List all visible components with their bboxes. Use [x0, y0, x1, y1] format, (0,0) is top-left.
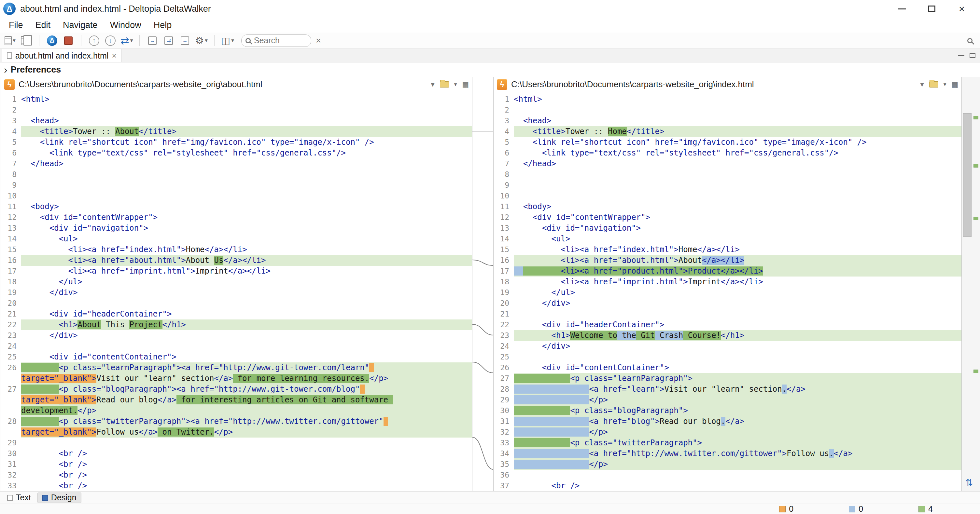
layout-button[interactable]: ◫ ▾ — [220, 33, 235, 48]
code-line[interactable]: 27 <p class="learnParagraph"> — [493, 373, 961, 384]
code-line[interactable]: 29 — [1, 438, 472, 448]
code-line[interactable]: 21 <div id="headerContainer"> — [1, 309, 472, 319]
code-line[interactable]: 16 <li><a href="about.html">About Us</a>… — [1, 255, 472, 266]
code-line[interactable]: 23 </div> — [1, 330, 472, 341]
menu-help[interactable]: Help — [148, 17, 178, 33]
code-line[interactable]: 22 <div id="headerContainer"> — [493, 319, 961, 330]
code-line[interactable]: 5 <link rel="shortcut icon" href="img/fa… — [1, 137, 472, 148]
menu-navigate[interactable]: Navigate — [57, 17, 104, 33]
code-line[interactable]: 5 <link rel="shortcut icon" href="img/fa… — [493, 137, 961, 148]
code-line[interactable]: 24 — [1, 341, 472, 352]
code-line[interactable]: 4 <title>Tower :: About</title> — [1, 126, 472, 137]
maximize-view-icon[interactable] — [970, 53, 975, 58]
restore-button[interactable] — [917, 0, 947, 17]
code-line[interactable]: 36 — [493, 470, 961, 481]
dropdown-icon[interactable]: ▾ — [454, 81, 457, 88]
close-button[interactable]: × — [947, 0, 977, 17]
swap-panes-button[interactable]: ⇄ ▾ — [119, 33, 134, 48]
code-line[interactable]: 2 — [493, 105, 961, 116]
code-line[interactable]: 17 <li><a href="product.html">Product</a… — [493, 266, 961, 276]
code-line[interactable]: 7 </head> — [493, 159, 961, 169]
tab-design[interactable]: Design — [37, 493, 81, 503]
minimize-view-icon[interactable] — [958, 55, 964, 56]
clear-search-icon[interactable]: × — [316, 35, 321, 46]
code-line[interactable]: 37 <br /> — [493, 481, 961, 491]
folder-icon[interactable] — [440, 81, 449, 87]
code-line[interactable]: 3 <head> — [493, 116, 961, 126]
code-line[interactable]: 24 </div> — [493, 341, 961, 352]
code-line[interactable]: 32 <br /> — [1, 470, 472, 481]
editor-tab[interactable]: about.html and index.html × — [2, 49, 121, 62]
code-line[interactable]: 25 — [493, 352, 961, 362]
dropdown-icon[interactable]: ▾ — [231, 37, 234, 44]
left-code-editor[interactable]: 1<html>23 <head>4 <title>Tower :: About<… — [1, 92, 472, 491]
code-line[interactable]: 13 <div id="navigation"> — [1, 223, 472, 233]
code-line[interactable]: 1<html> — [493, 94, 961, 105]
tab-text[interactable]: Text — [3, 493, 35, 503]
code-line[interactable]: 9 — [493, 180, 961, 190]
code-line[interactable]: 22 <h1>About This Project</h1> — [1, 319, 472, 330]
code-line[interactable]: 26 <p class="learnParagraph"><a href="ht… — [1, 362, 472, 384]
code-line[interactable]: 12 <div id="contentWrapper"> — [1, 212, 472, 223]
code-line[interactable]: 2 — [1, 105, 472, 116]
code-line[interactable]: 31 <a href="blog">Read our blog.</a> — [493, 416, 961, 427]
change-marker[interactable] — [974, 370, 978, 373]
change-marker[interactable] — [974, 217, 978, 220]
code-line[interactable]: 20 </div> — [493, 298, 961, 309]
code-line[interactable]: 10 — [493, 190, 961, 201]
chevron-down-icon[interactable]: ▾ — [920, 80, 924, 89]
code-line[interactable]: 19 </div> — [1, 287, 472, 298]
stop-button[interactable] — [61, 33, 76, 48]
dropdown-icon[interactable]: ▾ — [943, 81, 947, 88]
close-tab-icon[interactable]: × — [112, 51, 116, 60]
quick-search-button[interactable] — [963, 33, 977, 48]
code-line[interactable]: 23 <h1>Welcome to the Git Crash Course!<… — [493, 330, 961, 341]
refresh-comparison-button[interactable]: Δ — [45, 33, 60, 48]
preferences-section[interactable]: › Preferences — [0, 62, 980, 77]
code-line[interactable]: 21 — [493, 309, 961, 319]
code-line[interactable]: 19 </ul> — [493, 287, 961, 298]
code-line[interactable]: 8 — [493, 169, 961, 180]
dropdown-icon[interactable]: ▾ — [130, 37, 133, 44]
code-line[interactable]: 11 <body> — [1, 201, 472, 212]
code-line[interactable]: 32 </p> — [493, 427, 961, 438]
dropdown-icon[interactable]: ▾ — [205, 37, 208, 44]
scrollbar-thumb[interactable] — [963, 113, 972, 237]
right-code-editor[interactable]: 1<html>23 <head>4 <title>Tower :: Home</… — [493, 92, 961, 491]
copy-left-button[interactable]: ← — [177, 33, 192, 48]
code-line[interactable]: 9 — [1, 180, 472, 190]
code-line[interactable]: 7 </head> — [1, 159, 472, 169]
copy-all-button[interactable]: ⇉ — [161, 33, 176, 48]
toolbar-search[interactable] — [241, 35, 311, 47]
code-line[interactable]: 6 <link type="text/css" rel="stylesheet"… — [1, 148, 472, 159]
new-comparison-button[interactable]: ▾ — [3, 33, 18, 48]
code-line[interactable]: 33 <br /> — [1, 481, 472, 491]
code-line[interactable]: 11 <body> — [493, 201, 961, 212]
menu-edit[interactable]: Edit — [29, 17, 57, 33]
code-line[interactable]: 1<html> — [1, 94, 472, 105]
code-line[interactable]: 27 <p class="blogParagraph"><a href="htt… — [1, 384, 472, 416]
menu-window[interactable]: Window — [104, 17, 148, 33]
change-marker[interactable] — [974, 164, 978, 168]
code-line[interactable]: 6 <link type="text/css" rel="stylesheet"… — [493, 148, 961, 159]
code-line[interactable]: 30 <p class="blogParagraph"> — [493, 405, 961, 416]
code-line[interactable]: 34 <a href="http://www.twitter.com/gitto… — [493, 448, 961, 459]
code-line[interactable]: 29 </p> — [493, 395, 961, 405]
code-line[interactable]: 28 <a href="learn">Visit our "learn" sec… — [493, 384, 961, 395]
code-line[interactable]: 18 <li><a href="imprint.html">Imprint</a… — [493, 276, 961, 287]
code-line[interactable]: 17 <li><a href="imprint.html">Imprint</a… — [1, 266, 472, 276]
grid-icon[interactable]: ▦ — [951, 80, 958, 89]
chevron-down-icon[interactable]: ▾ — [431, 80, 435, 89]
code-line[interactable]: 12 <div id="contentWrapper"> — [493, 212, 961, 223]
code-line[interactable]: 15 <li><a href="index.html">Home</a></li… — [493, 244, 961, 255]
folder-icon[interactable] — [929, 81, 938, 87]
code-line[interactable]: 30 <br /> — [1, 448, 472, 459]
code-line[interactable]: 4 <title>Tower :: Home</title> — [493, 126, 961, 137]
code-line[interactable]: 20 — [1, 298, 472, 309]
settings-button[interactable]: ⚙ ▾ — [194, 33, 209, 48]
change-marker[interactable] — [974, 116, 978, 119]
dropdown-icon[interactable]: ▾ — [13, 37, 16, 44]
code-line[interactable]: 15 <li><a href="index.html">Home</a></li… — [1, 244, 472, 255]
code-line[interactable]: 8 — [1, 169, 472, 180]
search-input[interactable] — [254, 36, 307, 45]
